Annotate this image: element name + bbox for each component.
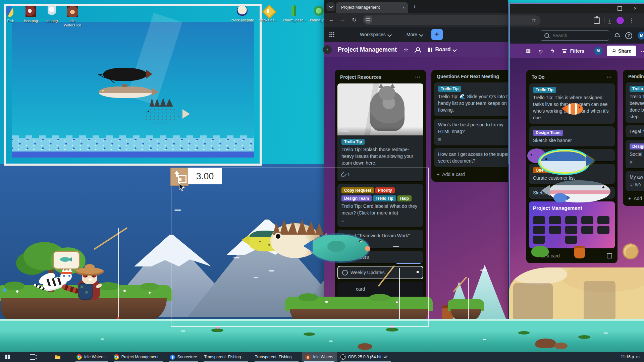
desktop-icon-clock-aseprite[interactable]: clock.aseprite	[231, 5, 253, 22]
extensions-puzzle-icon[interactable]	[594, 17, 600, 24]
close-icon[interactable]: ×	[634, 5, 637, 11]
desktop-icon-idle-waters-ico[interactable]: Idle Waters.ico	[62, 5, 83, 27]
taskbar-item-idle-waters-tab[interactable]: Idle Waters |	[73, 352, 110, 362]
card-secret-document[interactable]: How can I get access to the super secret…	[434, 148, 508, 167]
card-project-management-cover[interactable]: Project Management	[529, 201, 615, 248]
back-icon[interactable]: ←	[326, 16, 337, 23]
fish-tank-window[interactable]	[4, 4, 262, 166]
bell-rim	[614, 37, 620, 37]
label-design-team[interactable]: Design Team	[630, 143, 644, 149]
card-social[interactable]: Design Team Social ≡	[626, 140, 644, 168]
apps-grid-icon[interactable]	[329, 32, 334, 37]
board-visibility-icon[interactable]	[414, 47, 420, 52]
star-icon[interactable]: ☆	[404, 47, 408, 53]
browser-profile-avatar[interactable]	[616, 17, 624, 24]
tab-search-chevron-button[interactable]	[326, 2, 335, 11]
card-edit-email[interactable]: Edit email …	[529, 149, 615, 161]
start-button[interactable]	[0, 352, 15, 362]
download-icon[interactable]: ↓	[608, 18, 611, 23]
desktop-icon-franks[interactable]: franks.as...	[258, 5, 279, 22]
label-trello-tip[interactable]: Trello Tip	[630, 86, 644, 92]
card-line: step.	[630, 113, 644, 120]
send-icon[interactable]: ▷	[539, 48, 544, 54]
filter-icon[interactable]	[562, 49, 567, 53]
board-menu-ellipsis-icon[interactable]: ⋯	[641, 48, 644, 54]
card-title: Trello Tip: 🌊 Slide your Q's into this h…	[438, 93, 508, 113]
new-tab-button[interactable]: +	[413, 4, 417, 11]
create-button[interactable]: +	[431, 29, 443, 40]
browser-tab[interactable]: Project Management ×	[336, 2, 408, 13]
bookmark-star-icon[interactable]: ☆	[532, 17, 536, 23]
fish-file-icon	[5, 5, 17, 17]
tune-icon[interactable]	[364, 16, 372, 24]
member-avatar[interactable]: M	[638, 32, 644, 40]
card-sketch-site-banner[interactable]: Design Team Sketch site banner	[529, 126, 615, 146]
task-view-button[interactable]	[25, 352, 40, 362]
help-icon[interactable]: ?	[625, 32, 632, 39]
board-view-switcher[interactable]: Board	[435, 47, 456, 53]
add-card-button[interactable]: + Add a card	[529, 251, 615, 260]
taskbar-item-transparent-fishing-1[interactable]: Transparent_Fishing - ...	[201, 352, 251, 362]
cat-photo-head	[379, 86, 395, 100]
desktop-icon-charm-base[interactable]: charm_base...	[283, 5, 305, 22]
taskbar-item-obs[interactable]: OBS 25.0.8 (64-bit, wi...	[337, 352, 394, 362]
card-sketch-front[interactable]: Sketch the … front	[529, 187, 615, 199]
add-card-button[interactable]: + Add	[626, 194, 644, 203]
toolbar-divider	[604, 17, 604, 23]
workspaces-menu[interactable]: Workspaces	[360, 32, 391, 37]
taskbar-item-transparent-fishing-2[interactable]: Transparent_Fishing –...	[252, 352, 302, 362]
search-input[interactable]	[552, 33, 600, 39]
divider	[589, 48, 589, 54]
list-title: Pending	[628, 74, 644, 79]
share-button[interactable]: Share	[607, 46, 636, 56]
taskbar-item-sourcetree[interactable]: Sourcetree	[167, 352, 201, 362]
label-trello-tip[interactable]: Trello Tip	[533, 87, 556, 93]
card-title: How can I get access to the super secret…	[438, 151, 508, 164]
filters-label[interactable]: Filters	[570, 48, 584, 54]
label-trello-tip[interactable]: Trello Tip	[438, 86, 461, 92]
add-card-button[interactable]: + Add a card	[434, 170, 508, 179]
desktop-icon-icon-png[interactable]: icon.png	[20, 5, 42, 23]
browser-menu-kebab-icon[interactable]: ⋮	[629, 17, 634, 23]
notifications-bell-icon[interactable]	[614, 33, 619, 38]
label-one-more-step[interactable]: One more step	[533, 167, 567, 173]
more-menu[interactable]: More	[407, 32, 423, 37]
forward-icon[interactable]: →	[337, 16, 348, 23]
list-menu-icon[interactable]: ⋯	[606, 74, 612, 80]
card-legal[interactable]: Legal re	[626, 125, 644, 137]
card-pending-tip[interactable]: Trello Tip Trello T betwee done b step.	[626, 82, 644, 123]
taskbar-item-project-management[interactable]: Project Management ...	[110, 352, 166, 362]
reload-icon[interactable]: ↻	[348, 16, 360, 23]
tab-close-icon[interactable]: ×	[402, 5, 405, 10]
minimize-icon[interactable]: –	[604, 5, 607, 11]
card-html-snag[interactable]: Who's the best person to fix my HTML sna…	[434, 119, 508, 145]
browser-window-right[interactable]: – × ☆ ↓ ⋮ ? M ▦ ▷ ϟ Filters M	[509, 3, 644, 324]
calendar-icon[interactable]: ▦	[526, 48, 531, 54]
list-menu-icon[interactable]: ⋯	[415, 74, 421, 80]
window-titlebar[interactable]: – ×	[510, 4, 644, 13]
taskbar-clock[interactable]: 11:16 p. m.	[621, 352, 644, 362]
desktop-icon-fish[interactable]: Fish	[0, 5, 21, 23]
card-curate-customer-list[interactable]: One more step Curate customer list	[529, 164, 615, 184]
expand-sidebar-button[interactable]: ›	[323, 45, 332, 54]
board-member-avatar[interactable]: M	[594, 47, 602, 55]
maximize-icon[interactable]	[618, 6, 622, 11]
automation-lightning-icon[interactable]: ϟ	[551, 48, 554, 54]
file-explorer-button[interactable]	[50, 352, 65, 362]
plus-icon: +	[628, 196, 631, 201]
capture-region-outline[interactable]	[171, 168, 429, 327]
card-todo-tip[interactable]: Trello Tip Trello Tip: This is where ass…	[529, 83, 615, 124]
card-trello-tip-splash[interactable]: n-istiea Trello Tip Trello Tip: Splash t…	[337, 83, 423, 181]
card-template-icon[interactable]	[607, 253, 612, 258]
label-trello-tip[interactable]: Trello Tip	[341, 139, 365, 145]
search-box[interactable]	[541, 31, 609, 41]
desktop-icon-cat-png[interactable]: cat.png	[41, 5, 62, 23]
address-bar[interactable]	[363, 15, 508, 25]
label-design-team[interactable]: Design Team	[533, 130, 563, 136]
card-my-awesome[interactable]: My aw ☑ 6/9	[626, 171, 644, 191]
share-label: Share	[618, 48, 631, 54]
taskbar-item-idle-waters-active[interactable]: Idle Waters	[302, 352, 336, 362]
card-questions-tip[interactable]: Trello Tip Trello Tip: 🌊 Slide your Q's …	[434, 82, 508, 116]
list-questions-for-next-meeting: Questions For Next Meeting Trello Tip Tr…	[431, 70, 508, 182]
address-bar-end[interactable]: ☆	[510, 15, 541, 25]
